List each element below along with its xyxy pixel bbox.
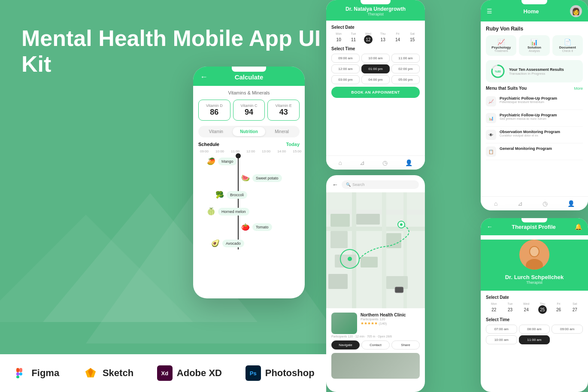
svg-marker-10 — [85, 371, 88, 377]
location-card: Northern Health Clinic Participants 120 … — [326, 308, 425, 383]
profile-time-9am[interactable]: 09:00 am — [552, 325, 583, 334]
vitamin-d-value: 86 — [201, 108, 227, 117]
cal-day-wed[interactable]: Wed 12 — [361, 32, 376, 44]
time-slot-12am[interactable]: 12:00 am — [331, 64, 360, 73]
qa-document[interactable]: 📄 Document Check it — [552, 35, 583, 56]
assessment-text: Your Ten Assessment Results Transaction … — [509, 67, 564, 76]
qa-solution[interactable]: 📊 Solution Analysis — [519, 35, 549, 56]
bottom-bar: Figma Sketch Xd Adobe XD Ps Photoshop — [0, 354, 326, 392]
time-slot-5pm[interactable]: 05:00 pm — [391, 75, 420, 84]
program-observation: 👁 Observation Monitoring Program Curabit… — [486, 127, 583, 143]
phone2-nav: ⌂ ⊿ ◷ 👤 — [326, 155, 425, 170]
profile-time-8am[interactable]: 08:00 am — [519, 325, 550, 334]
psychology-label: Psychology — [488, 46, 515, 49]
program-psychiatric-1: 📈 Psychiatric Pollow-Up Program Pellente… — [486, 93, 583, 110]
svg-point-15 — [400, 223, 403, 226]
food-mango: 🥭 Mango — [207, 157, 237, 165]
tomato-label: Tomato — [252, 223, 272, 231]
progress-ring: %80 — [490, 64, 506, 79]
notification-icon[interactable]: 🔔 — [575, 223, 582, 230]
phone5-header: ← Therapist Profile 🔔 — [481, 218, 588, 235]
time-slot-1pm[interactable]: 01:00 pm — [361, 64, 390, 73]
qa-psychology[interactable]: 📈 Psychology Treatment — [486, 35, 516, 56]
tab-row: Vitamin Nutrition Mineral — [198, 126, 300, 137]
nav4-clock-icon[interactable]: ◷ — [543, 200, 548, 207]
time-slot-4pm[interactable]: 04:00 pm — [361, 75, 390, 84]
nav4-user-icon[interactable]: 👤 — [567, 200, 575, 207]
select-date-label: Select Date — [331, 25, 420, 30]
nav4-filter-icon[interactable]: ⊿ — [518, 200, 523, 207]
tool-figma: Figma — [12, 365, 59, 381]
svg-marker-11 — [93, 371, 96, 377]
back-arrow-icon[interactable]: ← — [200, 73, 208, 82]
time-slot-3pm[interactable]: 03:00 pm — [331, 75, 360, 84]
clinic-name: Northern Health Clinic — [361, 313, 420, 317]
profile-cal-27[interactable]: Sat 27 — [567, 302, 583, 314]
program-desc-1: Pellentesque tincidunt fermentum — [500, 100, 557, 103]
cal-day-tue[interactable]: Tue 11 — [346, 32, 361, 44]
program-name-3: Observation Monitoring Program — [500, 130, 560, 134]
figma-label: Figma — [31, 368, 59, 379]
phone-calculate: ← Calculate Vitamins & Minerals Vitamin … — [193, 67, 305, 298]
profile-time-10am[interactable]: 10:00 am — [486, 335, 517, 344]
program-info-2: Psychiatric Follow-Up Program Sed pretiu… — [500, 113, 557, 120]
more-link[interactable]: More — [574, 86, 583, 91]
profile-cal-23[interactable]: Tue 23 — [502, 302, 518, 314]
nav-clock-icon[interactable]: ◷ — [382, 159, 388, 166]
tab-mineral[interactable]: Mineral — [265, 127, 298, 136]
map-area — [326, 192, 425, 308]
therapist-profile-role: Therapist — [487, 280, 582, 285]
contact-button[interactable]: Contact — [361, 340, 390, 349]
cal-day-fri[interactable]: Fri 14 — [390, 32, 405, 44]
time-slot-10am[interactable]: 10:00 am — [361, 54, 390, 63]
therapist-profile-section: Dr. Lurch Schpellchek Therapist — [481, 240, 588, 291]
tool-xd: Xd Adobe XD — [157, 365, 222, 381]
profile-cal-25[interactable]: Thu 25 — [534, 302, 551, 314]
vitamin-e-label: Vitamin E — [270, 103, 297, 108]
search-bar[interactable]: 🔍 Search — [342, 180, 419, 189]
solution-sublabel: Analysis — [521, 49, 548, 52]
avocado-label: Avocado — [222, 240, 244, 247]
profile-back-icon[interactable]: ← — [487, 223, 493, 230]
phone1-header: ← Calculate — [193, 67, 305, 86]
nav-home-icon[interactable]: ⌂ — [339, 159, 342, 166]
time-slot-11am[interactable]: 11:00 am — [391, 54, 420, 63]
vitamin-d-card: Vitamin D 86 — [198, 100, 230, 121]
map-back-icon[interactable]: ← — [332, 181, 338, 188]
time-slot-2pm[interactable]: 02:00 pm — [391, 64, 420, 73]
svg-rect-4 — [19, 368, 22, 372]
profile-cal-24[interactable]: Wed 24 — [518, 302, 534, 314]
tab-vitamin[interactable]: Vitamin — [200, 127, 233, 136]
cal-day-mon[interactable]: Mon 10 — [331, 32, 346, 44]
tab-nutrition[interactable]: Nutrition — [233, 127, 266, 136]
food-horned-melon: 🍈 Horned melon — [207, 207, 249, 216]
vitamin-c-value: 94 — [236, 108, 262, 117]
profile-cal-22[interactable]: Mon 22 — [486, 302, 502, 314]
svg-point-13 — [348, 257, 352, 261]
sweet-potato-emoji: 🍉 — [241, 174, 250, 182]
program-info-1: Psychiatric Pollow-Up Program Pellentesq… — [500, 96, 557, 103]
profile-time-11am[interactable]: 11:00 am — [519, 335, 550, 344]
food-tomato: 🍅 Tomato — [241, 223, 272, 231]
phone-therapist-profile: ← Therapist Profile 🔔 Dr. Lurch Schpellc… — [481, 218, 588, 392]
right-panels: Dr. Nataiya Undergrowth Therapist Select… — [326, 0, 588, 392]
profile-time-7am[interactable]: 07:00 am — [486, 325, 517, 334]
nav-user-icon[interactable]: 👤 — [405, 159, 412, 166]
nav-filter-icon[interactable]: ⊿ — [360, 159, 365, 166]
profile-cal-26[interactable]: Fri 26 — [551, 302, 567, 314]
user-name: Ruby Von Rails — [486, 26, 583, 32]
cal-day-sat[interactable]: Sat 15 — [405, 32, 420, 44]
program-info-4: General Monitoring Program — [500, 146, 552, 151]
hamburger-icon[interactable]: ☰ — [487, 8, 492, 15]
program-name-1: Psychiatric Pollow-Up Program — [500, 96, 557, 100]
time-slot-09am[interactable]: 09:00 am — [331, 54, 360, 63]
rating-count: (140) — [379, 322, 387, 325]
share-button[interactable]: Share — [391, 340, 420, 349]
timeline-container: 🥭 Mango 🍉 Sweet potato 🥦 Broccoli 🍈 Horn… — [198, 155, 300, 249]
program-icon-4: 📋 — [486, 146, 496, 157]
book-appointment-button[interactable]: BOOK AN APPOINMENT — [331, 87, 420, 98]
cal-day-thu[interactable]: Thu 13 — [376, 32, 390, 44]
tool-sketch: Sketch — [83, 365, 133, 381]
navigate-button[interactable]: Navigate — [331, 340, 360, 349]
nav4-home-icon[interactable]: ⌂ — [494, 200, 497, 207]
